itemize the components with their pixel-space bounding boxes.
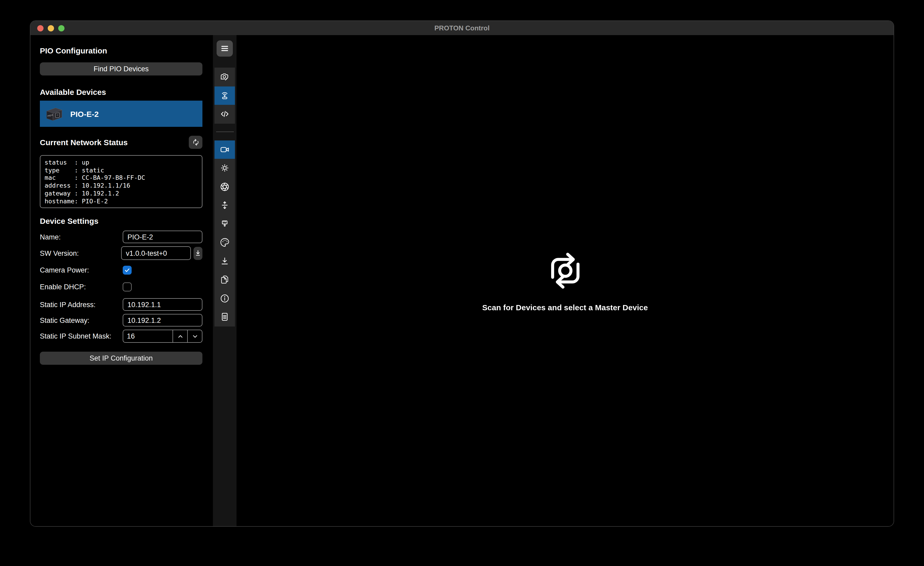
subnet-mask-label: Static IP Subnet Mask: <box>40 332 111 340</box>
traffic-lights <box>37 21 64 35</box>
toolbar-item-video-camera[interactable] <box>214 140 235 159</box>
access-point-icon <box>220 91 230 100</box>
chevron-up-icon <box>176 332 184 340</box>
scan-camera-icon <box>543 250 588 291</box>
static-gateway-label: Static Gateway: <box>40 316 89 324</box>
document-list-icon <box>220 312 230 322</box>
find-pio-devices-button[interactable]: Find PIO Devices <box>40 62 202 75</box>
device-name-input[interactable] <box>123 231 202 243</box>
network-status-text: status : up type : static mac : CC-BA-97… <box>45 159 198 205</box>
refresh-icon <box>191 138 200 147</box>
enable-dhcp-label: Enable DHCP: <box>40 283 123 290</box>
toolbar-item-paint-brush[interactable] <box>214 215 235 233</box>
subnet-mask-stepper <box>123 329 202 343</box>
aperture-icon <box>220 182 230 192</box>
main-view: Scan for Devices and select a Master Dev… <box>237 35 894 526</box>
toolbar-item-brightness-sun[interactable] <box>214 159 235 177</box>
network-status-heading: Current Network Status <box>40 138 128 147</box>
subnet-mask-input[interactable] <box>123 330 172 342</box>
palette-icon <box>220 238 230 248</box>
toolbar-item-copy-pages[interactable] <box>214 270 235 289</box>
static-ip-input[interactable] <box>123 298 202 311</box>
info-icon <box>220 293 230 304</box>
toolbar-item-access-point[interactable] <box>214 86 235 105</box>
pio-configuration-panel: PIO Configuration Find PIO Devices Avail… <box>30 35 213 526</box>
subnet-increment-button[interactable] <box>172 330 187 342</box>
titlebar: PROTON Control <box>30 21 894 35</box>
chevron-down-icon <box>190 332 199 340</box>
camera-power-checkbox[interactable] <box>123 265 132 274</box>
pio-configuration-heading: PIO Configuration <box>40 46 202 55</box>
camera-power-label: Camera Power: <box>40 266 123 274</box>
tool-rail <box>213 35 237 526</box>
static-ip-label: Static IP Address: <box>40 301 96 308</box>
download-icon <box>194 249 202 258</box>
name-label: Name: <box>40 233 61 241</box>
minimize-window-button[interactable] <box>48 25 54 31</box>
download-icon <box>220 256 230 266</box>
device-settings-heading: Device Settings <box>40 216 202 226</box>
network-status-box: status : up type : static mac : CC-BA-97… <box>40 155 202 208</box>
video-camera-icon <box>220 145 230 154</box>
toolbar-strip <box>214 67 235 326</box>
available-devices-heading: Available Devices <box>40 87 202 97</box>
toolbar-item-info[interactable] <box>214 289 235 308</box>
toolbar-item-document-list[interactable] <box>214 308 235 326</box>
toolbar-divider <box>214 123 235 140</box>
toolbar-item-camera-edit[interactable] <box>214 67 235 86</box>
code-icon <box>220 109 230 119</box>
toolbar-item-palette[interactable] <box>214 233 235 252</box>
copy-pages-icon <box>220 275 230 285</box>
window-title: PROTON Control <box>435 24 489 32</box>
close-window-button[interactable] <box>37 25 44 31</box>
refresh-network-status-button[interactable] <box>189 136 202 149</box>
toolbar-item-download[interactable] <box>214 252 235 270</box>
set-ip-configuration-button[interactable]: Set IP Configuration <box>40 352 202 365</box>
menu-button[interactable] <box>217 40 233 57</box>
device-photo-icon <box>45 106 63 121</box>
zoom-window-button[interactable] <box>58 25 64 31</box>
brightness-sun-icon <box>220 163 230 173</box>
sw-version-input[interactable] <box>121 246 191 260</box>
toolbar-item-aperture[interactable] <box>214 177 235 196</box>
device-name: PIO-E-2 <box>70 109 99 118</box>
check-icon <box>124 267 130 273</box>
app-window: PROTON Control PIO Configuration Find PI… <box>30 21 894 527</box>
scan-instructions-text: Scan for Devices and select a Master Dev… <box>482 302 648 311</box>
menu-icon <box>220 43 230 54</box>
expand-vertical-icon <box>220 201 230 210</box>
subnet-decrement-button[interactable] <box>187 330 202 342</box>
sw-version-label: SW Version: <box>40 249 79 257</box>
enable-dhcp-checkbox[interactable] <box>123 282 132 291</box>
sw-update-download-button[interactable] <box>194 247 202 260</box>
device-list-item-selected[interactable]: PIO-E-2 <box>40 100 202 127</box>
toolbar-item-expand-vertical[interactable] <box>214 196 235 215</box>
camera-edit-icon <box>220 72 230 82</box>
paint-brush-icon <box>220 219 230 229</box>
toolbar-item-code[interactable] <box>214 105 235 123</box>
static-gateway-input[interactable] <box>123 314 202 326</box>
